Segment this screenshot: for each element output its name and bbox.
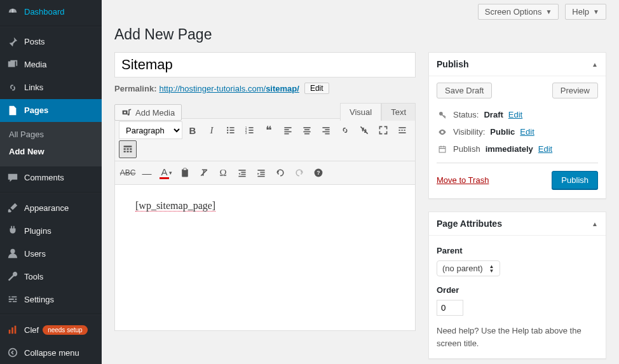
submenu-item-add-new[interactable]: Add New	[0, 143, 102, 160]
kitchen-sink-button[interactable]	[119, 140, 137, 158]
edit-status-link[interactable]: Edit	[508, 110, 522, 119]
sidebar-item-tools[interactable]: Tools	[0, 265, 102, 288]
svg-rect-20	[284, 127, 291, 128]
sidebar-item-users[interactable]: Users	[0, 242, 102, 265]
post-title-input[interactable]	[114, 52, 416, 78]
toggle-panel-icon[interactable]: ▲	[592, 61, 598, 68]
tab-visual[interactable]: Visual	[340, 103, 381, 121]
svg-rect-17	[248, 130, 253, 131]
sidebar-item-plugins[interactable]: Plugins	[0, 219, 102, 242]
edit-schedule-link[interactable]: Edit	[538, 144, 552, 154]
bold-button[interactable]: B	[184, 121, 201, 139]
svg-rect-30	[322, 131, 329, 133]
wrench-icon	[6, 270, 19, 283]
svg-rect-22	[284, 131, 291, 133]
more-tag-button[interactable]	[393, 121, 411, 139]
help-button[interactable]: Help▼	[565, 4, 606, 20]
italic-button[interactable]: I	[203, 121, 221, 139]
outdent-button[interactable]	[233, 164, 251, 182]
select-arrows-icon: ▲▼	[489, 264, 494, 273]
pin-icon	[6, 36, 19, 48]
align-left-button[interactable]	[279, 121, 297, 139]
screen-options-button[interactable]: Screen Options▼	[478, 4, 559, 20]
svg-rect-45	[184, 168, 187, 170]
permalink-label: Permalink:	[114, 84, 156, 93]
submenu-item-all-pages[interactable]: All Pages	[0, 126, 102, 143]
status-label: Status:	[453, 110, 479, 119]
key-icon	[437, 111, 448, 119]
ordered-list-button[interactable]: 123	[241, 121, 259, 139]
sidebar-item-label: Media	[24, 60, 46, 69]
svg-rect-52	[260, 174, 264, 175]
align-center-button[interactable]	[298, 121, 316, 139]
svg-rect-26	[303, 131, 310, 133]
redo-button[interactable]	[290, 164, 308, 182]
media-icon	[6, 58, 19, 71]
indent-button[interactable]	[252, 164, 270, 182]
order-input[interactable]	[437, 300, 463, 316]
permalink-link[interactable]: http://hostinger-tutorials.com/sitemap/	[159, 84, 299, 93]
clear-formatting-button[interactable]	[195, 164, 213, 182]
chevron-down-icon: ▼	[593, 8, 599, 15]
svg-text:3: 3	[245, 131, 247, 135]
edit-permalink-button[interactable]: Edit	[304, 83, 329, 94]
paste-text-button[interactable]	[176, 164, 194, 182]
edit-visibility-link[interactable]: Edit	[520, 127, 534, 137]
sidebar-item-comments[interactable]: Comments	[0, 166, 102, 189]
svg-rect-0	[12, 9, 13, 12]
save-draft-button[interactable]: Save Draft	[437, 83, 492, 98]
sidebar-item-posts[interactable]: Posts	[0, 30, 102, 53]
sidebar-item-label: Pages	[24, 105, 48, 115]
svg-rect-46	[238, 170, 245, 171]
collapse-label: Collapse menu	[24, 348, 79, 358]
align-right-button[interactable]	[317, 121, 335, 139]
sidebar-item-links[interactable]: Links	[0, 76, 102, 99]
publish-button[interactable]: Publish	[552, 171, 598, 189]
collapse-menu-button[interactable]: Collapse menu	[0, 341, 102, 364]
editor-toolbar-row-1: Paragraph B I 123 ❝	[114, 118, 416, 161]
text-color-button[interactable]: A▾	[157, 164, 175, 182]
sidebar-item-media[interactable]: Media	[0, 53, 102, 76]
svg-rect-23	[284, 133, 289, 135]
sidebar-item-pages[interactable]: Pages	[0, 99, 102, 122]
sidebar-item-label: Settings	[24, 295, 54, 304]
editor-toolbar-row-2: ABC — A▾ Ω ?	[114, 161, 416, 185]
publish-title: Publish	[437, 59, 469, 69]
parent-select[interactable]: (no parent) ▲▼	[437, 260, 500, 276]
undo-button[interactable]	[271, 164, 289, 182]
editor-content-area[interactable]: [wp_sitemap_page]	[114, 185, 416, 331]
unordered-list-button[interactable]	[222, 121, 240, 139]
sidebar-item-label: Links	[24, 83, 43, 92]
svg-rect-57	[439, 146, 446, 152]
sidebar-item-appearance[interactable]: Appearance	[0, 196, 102, 219]
sliders-icon	[6, 293, 19, 306]
sidebar-item-clef[interactable]: Clef needs setup	[0, 318, 102, 341]
sidebar-item-dashboard[interactable]: Dashboard	[0, 0, 102, 23]
sidebar-item-settings[interactable]: Settings	[0, 288, 102, 311]
tab-text[interactable]: Text	[381, 103, 416, 121]
svg-rect-4	[15, 326, 17, 334]
page-icon	[6, 104, 19, 117]
strikethrough-button[interactable]: ABC	[119, 164, 137, 182]
sidebar-item-label: Dashboard	[24, 7, 65, 17]
format-select[interactable]: Paragraph	[119, 121, 182, 139]
preview-button[interactable]: Preview	[552, 83, 598, 98]
attributes-help-text: Need help? Use the Help tab above the sc…	[437, 325, 598, 349]
toggle-panel-icon[interactable]: ▲	[592, 220, 598, 227]
horizontal-rule-button[interactable]: —	[138, 164, 156, 182]
svg-rect-9	[229, 127, 234, 128]
fullscreen-button[interactable]	[374, 121, 392, 139]
schedule-prefix: Publish	[453, 144, 480, 154]
svg-rect-37	[124, 145, 132, 147]
unlink-button[interactable]	[355, 121, 373, 139]
blockquote-button[interactable]: ❝	[260, 121, 278, 139]
special-char-button[interactable]: Ω	[214, 164, 232, 182]
sidebar-item-label: Plugins	[24, 226, 51, 236]
keyboard-help-button[interactable]: ?	[310, 164, 327, 182]
insert-link-button[interactable]	[336, 121, 354, 139]
add-media-button[interactable]: Add Media	[114, 104, 182, 121]
move-to-trash-link[interactable]: Move to Trash	[437, 175, 489, 185]
sidebar-item-label: Appearance	[24, 203, 69, 213]
sidebar-item-label: Clef	[24, 325, 39, 335]
clef-icon	[6, 323, 19, 336]
